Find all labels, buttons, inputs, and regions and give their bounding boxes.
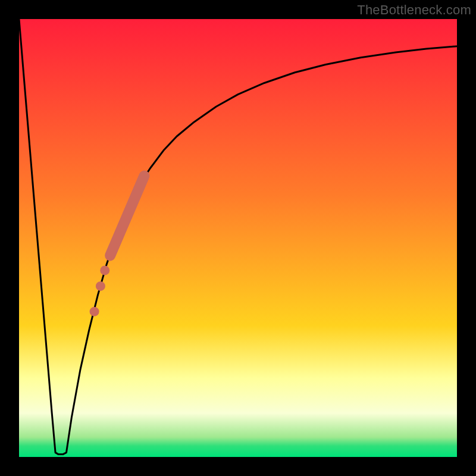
highlight-dot [96, 281, 105, 291]
highlight-dot [90, 307, 99, 317]
chart-frame: TheBottleneck.com [0, 0, 476, 476]
attribution-text: TheBottleneck.com [357, 2, 471, 18]
plot-area [19, 19, 457, 457]
chart-svg [19, 19, 457, 457]
gradient-background [19, 19, 457, 457]
highlight-dot [100, 265, 109, 275]
